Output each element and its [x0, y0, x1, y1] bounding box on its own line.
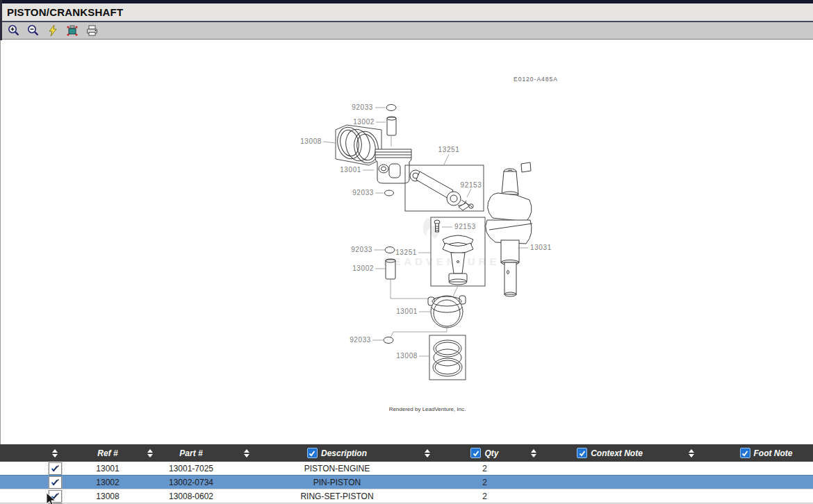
- header-ref[interactable]: Ref #: [82, 448, 133, 458]
- header-foot-note[interactable]: Foot Note: [719, 448, 813, 458]
- piston-side-view: [375, 149, 411, 183]
- check-icon: [579, 450, 586, 457]
- part-label: 92153: [454, 223, 476, 230]
- cell-description: PIN-PISTON: [278, 478, 396, 487]
- cell-description: RING-SET-PISTON: [278, 492, 396, 501]
- circlip-mid-upper: [385, 190, 394, 196]
- table-row-selected[interactable]: 13002 13002-0734 PIN-PISTON 2: [0, 475, 813, 489]
- part-label: 13002: [353, 118, 375, 126]
- part-label: 13008: [300, 137, 322, 145]
- cell-qty: 2: [459, 478, 511, 487]
- description-checkbox[interactable]: [307, 448, 318, 458]
- circlip-top: [386, 105, 396, 111]
- header-context-note-label: Context Note: [591, 448, 643, 458]
- part-label: 13251: [438, 146, 460, 153]
- crankshaft: [486, 162, 532, 296]
- sort-header-description[interactable]: [396, 449, 459, 457]
- qty-checkbox[interactable]: [470, 448, 481, 458]
- part-label: 92033: [352, 103, 373, 111]
- parts-diagram: LEADVENTURE E0120-A485A 92033 13002 1300…: [1, 40, 813, 444]
- circlip-mid: [385, 247, 395, 253]
- context-note-checkbox[interactable]: [577, 448, 587, 458]
- cell-part: 13001-7025: [167, 464, 215, 473]
- edit-check-icon: [51, 478, 60, 487]
- piston-rings-bottom: [433, 340, 462, 376]
- foot-note-checkbox[interactable]: [740, 448, 750, 458]
- header-description-label: Description: [321, 448, 367, 458]
- circlip-bottom: [384, 337, 393, 344]
- table-header-row: Ref # Part # Description Qty Context Not…: [0, 444, 813, 462]
- flash-tool-button[interactable]: [45, 24, 60, 38]
- table-row[interactable]: 13008 13008-0602 RING-SET-PISTON 2: [0, 489, 813, 503]
- sort-header-context-note[interactable]: [664, 449, 719, 457]
- sort-icon: [689, 449, 694, 457]
- check-icon: [473, 450, 479, 457]
- zoom-in-button[interactable]: [6, 24, 22, 38]
- parts-table: Ref # Part # Description Qty Context Not…: [0, 444, 813, 504]
- hotspot-tool-icon: [66, 24, 79, 37]
- print-icon: [85, 24, 99, 37]
- part-label: 92153: [461, 181, 482, 189]
- page-title: PISTON/CRANKSHAFT: [2, 6, 123, 18]
- part-label: 92033: [352, 189, 374, 196]
- cell-qty: 2: [459, 492, 511, 501]
- select-part-icon[interactable]: [49, 476, 62, 489]
- sort-icon: [147, 449, 153, 457]
- table-row[interactable]: 13001 13001-7025 PISTON-ENGINE 2: [0, 462, 813, 475]
- check-icon: [741, 450, 748, 457]
- zoom-out-icon: [27, 24, 40, 37]
- parts-diagram-svg: LEADVENTURE E0120-A485A 92033 13002 1300…: [1, 40, 813, 444]
- sort-header-ref[interactable]: [133, 449, 167, 457]
- render-credit: Rendered by LeadVenture, Inc.: [389, 406, 466, 412]
- cell-ref: 13002: [82, 478, 133, 487]
- header-qty[interactable]: Qty: [459, 448, 511, 458]
- cell-ref: 13008: [82, 492, 133, 501]
- drawing-code: E0120-A485A: [514, 76, 558, 83]
- cell-qty: 2: [459, 464, 511, 473]
- print-button[interactable]: [84, 24, 99, 38]
- hotspot-tool-button[interactable]: [65, 24, 80, 38]
- edit-check-icon: [51, 464, 60, 473]
- header-qty-label: Qty: [484, 448, 498, 458]
- header-context-note[interactable]: Context Note: [556, 448, 664, 458]
- part-label: 92033: [351, 246, 372, 253]
- piston-rings-top: [335, 125, 381, 165]
- header-description[interactable]: Description: [278, 448, 396, 458]
- part-label: 92033: [350, 336, 371, 344]
- zoom-out-button[interactable]: [26, 24, 41, 38]
- conrod-bolt-lower: [434, 220, 440, 232]
- sort-header-icon-column[interactable]: [0, 449, 82, 457]
- sort-header-qty[interactable]: [511, 449, 556, 457]
- part-label: 13008: [396, 352, 418, 360]
- header-foot-note-label: Foot Note: [754, 448, 793, 458]
- cell-description: PISTON-ENGINE: [278, 464, 396, 473]
- watermark-text: LEADVENTURE: [384, 255, 500, 267]
- cell-part: 13008-0602: [167, 492, 215, 501]
- part-label: 13251: [395, 249, 417, 256]
- sort-icon: [244, 449, 249, 457]
- title-bar: PISTON/CRANKSHAFT: [2, 3, 813, 22]
- part-label: 13002: [352, 264, 374, 272]
- sort-header-part[interactable]: [215, 449, 278, 457]
- cell-ref: 13001: [82, 464, 133, 473]
- sort-icon: [425, 449, 430, 457]
- header-part-label: Part #: [179, 448, 202, 458]
- diagram-toolbar: [2, 22, 813, 40]
- check-icon: [309, 450, 315, 457]
- header-ref-label: Ref #: [97, 448, 117, 458]
- mouse-cursor: [44, 492, 59, 504]
- zoom-in-icon: [8, 24, 20, 37]
- sort-icon: [531, 449, 536, 457]
- lightning-icon: [47, 24, 58, 37]
- sort-icon: [52, 449, 58, 457]
- part-label: 13001: [340, 166, 361, 174]
- cell-part: 13002-0734: [167, 478, 215, 487]
- connecting-rod: [410, 170, 469, 210]
- part-label: 13031: [530, 244, 552, 251]
- piston-top-view: [428, 296, 466, 328]
- select-part-icon[interactable]: [49, 462, 62, 475]
- part-label: 13001: [396, 308, 418, 315]
- header-part[interactable]: Part #: [167, 448, 215, 458]
